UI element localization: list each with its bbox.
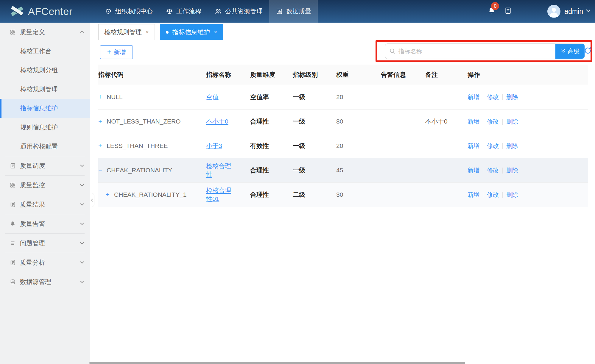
expand-icon[interactable]: + <box>98 142 104 150</box>
indicator-table: 指标代码 指标名称 质量维度 指标级别 权重 告警信息 备注 操作 +NULL … <box>98 65 588 207</box>
sidebar-item-check-rule-management[interactable]: 检核规则管理 <box>0 80 90 99</box>
tab-check-rule-management[interactable]: 检核规则管理 × <box>98 24 155 40</box>
notifications-button[interactable]: 0 <box>487 6 496 17</box>
navbar-right: 0 admin <box>487 0 590 23</box>
col-quality-dimension: 质量维度 <box>250 65 293 85</box>
main-content: 检核规则管理 × 指标信息维护 × + 新增 指标代码 指标名称 质量维度 <box>90 23 595 364</box>
tab-indicator-info-maintenance[interactable]: 指标信息维护 × <box>160 24 223 40</box>
sidebar-group-quality-alerts[interactable]: 质量告警 <box>0 214 90 233</box>
row-add-link[interactable]: 新增 <box>468 191 479 198</box>
weight: 45 <box>336 158 381 182</box>
close-icon[interactable]: × <box>214 29 217 35</box>
row-delete-link[interactable]: 删除 <box>506 191 518 198</box>
avatar[interactable] <box>547 5 560 18</box>
indicator-level: 一级 <box>293 158 336 182</box>
sidebar-item-rule-info-maintenance[interactable]: 规则信息维护 <box>0 118 90 137</box>
col-indicator-level: 指标级别 <box>293 65 336 85</box>
sidebar-item-label: 检核规则管理 <box>20 85 58 93</box>
app-title: AFCenter <box>28 6 73 17</box>
document-icon <box>504 6 512 15</box>
tab-label: 指标信息维护 <box>172 28 210 36</box>
sidebar-group-issue-management[interactable]: 问题管理 <box>0 234 90 253</box>
sidebar-group-quality-definition[interactable]: 质量定义 <box>0 23 90 42</box>
row-add-link[interactable]: 新增 <box>468 167 479 174</box>
collapse-icon[interactable]: − <box>98 166 104 174</box>
sidebar-group-quality-results[interactable]: 质量结果 <box>0 195 90 214</box>
chevron-down-icon[interactable] <box>586 8 590 12</box>
sidebar-collapse-handle[interactable] <box>90 193 94 207</box>
row-edit-link[interactable]: 修改 <box>487 94 499 100</box>
user-icon <box>547 5 560 18</box>
divider <box>502 192 503 198</box>
row-edit-link[interactable]: 修改 <box>487 143 499 149</box>
angles-down-icon <box>560 49 566 54</box>
sidebar-group-quality-monitoring[interactable]: 质量监控 <box>0 176 90 195</box>
chevron-down-icon <box>80 260 84 264</box>
row-add-link[interactable]: 新增 <box>468 143 479 149</box>
row-add-link[interactable]: 新增 <box>468 118 479 125</box>
sidebar-group-quality-scheduling[interactable]: 质量调度 <box>0 156 90 175</box>
list-icon <box>10 240 16 246</box>
sidebar-item-check-rule-group[interactable]: 检核规则分组 <box>0 61 90 80</box>
alert-info <box>381 134 425 158</box>
database-icon <box>10 279 16 285</box>
expand-icon[interactable]: + <box>98 118 104 125</box>
app-logo: AFCenter <box>10 0 73 23</box>
close-icon[interactable]: × <box>146 29 149 35</box>
search-bar: 高级 <box>385 43 585 59</box>
sidebar-item-indicator-info-maintenance[interactable]: 指标信息维护 <box>0 99 90 118</box>
quality-dimension: 合理性 <box>250 182 293 207</box>
advanced-button-label: 高级 <box>568 47 580 55</box>
divider <box>483 192 483 198</box>
expand-icon[interactable]: + <box>98 93 104 101</box>
sidebar-item-general-check-config[interactable]: 通用检核配置 <box>0 137 90 156</box>
divider <box>483 94 483 100</box>
indicator-name-link[interactable]: 不小于0 <box>206 117 228 126</box>
row-add-link[interactable]: 新增 <box>468 94 479 100</box>
main-nav: 组织权限中心 工作流程 公共资源管理 <box>98 0 318 23</box>
sidebar-item-label: 检核规则分组 <box>20 66 58 74</box>
add-button[interactable]: + 新增 <box>100 45 133 59</box>
nav-item-org-permissions[interactable]: 组织权限中心 <box>98 0 159 23</box>
col-indicator-name: 指标名称 <box>206 65 250 85</box>
sidebar-item-label: 指标信息维护 <box>20 104 58 113</box>
nav-item-data-quality[interactable]: 数据质量 <box>269 0 318 23</box>
nav-item-workflow[interactable]: 工作流程 <box>159 0 208 23</box>
alert-info <box>381 158 425 182</box>
username[interactable]: admin <box>564 7 583 15</box>
indicator-code: LESS_THAN_THREE <box>107 142 168 149</box>
chevron-left-icon <box>91 199 94 201</box>
chevron-down-icon <box>80 279 84 283</box>
advanced-search-button[interactable]: 高级 <box>555 44 585 59</box>
scales-icon <box>166 8 173 15</box>
document-log-button[interactable] <box>504 6 512 16</box>
document-icon <box>10 259 16 266</box>
sidebar-group-datasource-management[interactable]: 数据源管理 <box>0 272 90 291</box>
table-row: −CHEAK_RATIONALITY 检核合理性 合理性 一级 45 新增修改删… <box>98 158 588 182</box>
nav-item-label: 公共资源管理 <box>225 7 263 15</box>
nav-item-label: 数据质量 <box>286 7 311 15</box>
indicator-name-link[interactable]: 检核合理性 <box>206 162 233 179</box>
heart-icon <box>105 8 112 15</box>
row-delete-link[interactable]: 删除 <box>506 118 518 125</box>
row-edit-link[interactable]: 修改 <box>487 167 499 174</box>
search-input[interactable] <box>385 43 585 59</box>
indicator-name-link[interactable]: 检核合理性01 <box>206 186 233 203</box>
row-delete-link[interactable]: 删除 <box>506 143 518 149</box>
grid-icon <box>10 182 16 188</box>
indicator-name-link[interactable]: 空值 <box>206 93 219 101</box>
row-edit-link[interactable]: 修改 <box>487 191 499 198</box>
sidebar-item-check-workbench[interactable]: 检核工作台 <box>0 42 90 61</box>
expand-icon[interactable]: + <box>106 191 111 199</box>
row-edit-link[interactable]: 修改 <box>487 118 499 125</box>
row-delete-link[interactable]: 删除 <box>506 167 518 174</box>
tab-bar: 检核规则管理 × 指标信息维护 × <box>90 23 595 40</box>
indicator-name-link[interactable]: 小于3 <box>206 142 222 150</box>
sidebar-group-quality-analysis[interactable]: 质量分析 <box>0 253 90 272</box>
nav-item-public-resources[interactable]: 公共资源管理 <box>208 0 269 23</box>
horizontal-scrollbar[interactable] <box>89 362 465 364</box>
sidebar-item-label: 通用检核配置 <box>20 142 58 151</box>
row-delete-link[interactable]: 删除 <box>506 94 518 100</box>
document-icon <box>10 201 16 208</box>
divider <box>502 168 503 174</box>
